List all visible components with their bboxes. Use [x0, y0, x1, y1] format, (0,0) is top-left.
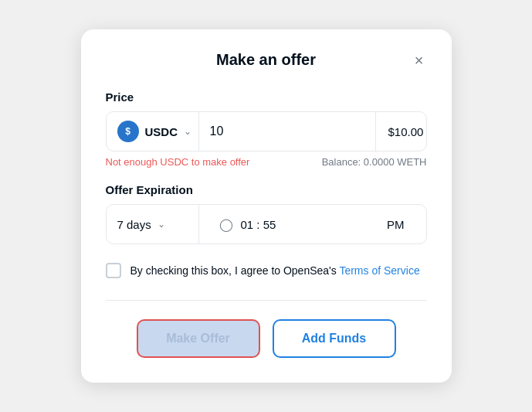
time-value: 01 : 55: [241, 218, 276, 231]
currency-selector[interactable]: $ USDC ⌄: [107, 112, 199, 151]
error-balance-row: Not enough USDC to make offer Balance: 0…: [106, 156, 427, 168]
divider: [106, 300, 427, 301]
terms-label: By checking this box, I agree to OpenSea…: [130, 264, 420, 277]
close-button[interactable]: ×: [412, 49, 427, 71]
modal-title: Make an offer: [216, 51, 316, 69]
make-offer-modal: Make an offer × Price $ USDC ⌄ $10.00 No…: [81, 29, 452, 383]
balance-display: Balance: 0.0000 WETH: [322, 156, 427, 168]
ampm-value: PM: [387, 218, 415, 231]
price-section: Price $ USDC ⌄ $10.00 Not enough USDC to…: [106, 90, 427, 168]
chevron-down-icon-2: ⌄: [158, 219, 165, 230]
days-value: 7 days: [117, 218, 151, 231]
price-usd-display: $10.00: [375, 112, 427, 151]
make-offer-button[interactable]: Make Offer: [137, 319, 260, 358]
currency-name: USDC: [145, 125, 178, 138]
error-message: Not enough USDC to make offer: [106, 156, 250, 168]
price-label: Price: [106, 90, 427, 104]
modal-header: Make an offer ×: [106, 51, 427, 69]
price-input-row: $ USDC ⌄ $10.00: [106, 111, 427, 152]
expiration-input-row: 7 days ⌄ ◯ 01 : 55 PM: [106, 204, 427, 244]
add-funds-button[interactable]: Add Funds: [273, 319, 396, 358]
chevron-down-icon: ⌄: [184, 126, 191, 137]
days-selector[interactable]: 7 days ⌄: [107, 205, 199, 243]
tos-link[interactable]: Terms of Service: [339, 264, 419, 277]
price-input[interactable]: [199, 112, 375, 151]
expiration-label: Offer Expiration: [106, 183, 427, 196]
time-area: ◯ 01 : 55 PM: [208, 205, 426, 243]
usdc-icon: $: [117, 121, 139, 142]
terms-row: By checking this box, I agree to OpenSea…: [106, 263, 427, 278]
button-row: Make Offer Add Funds: [106, 319, 427, 358]
clock-icon: ◯: [219, 217, 233, 232]
usdc-symbol: $: [125, 126, 130, 137]
terms-prefix: By checking this box, I agree to OpenSea…: [130, 264, 340, 277]
expiration-section: Offer Expiration 7 days ⌄ ◯ 01 : 55 PM: [106, 183, 427, 244]
terms-checkbox[interactable]: [106, 263, 121, 278]
